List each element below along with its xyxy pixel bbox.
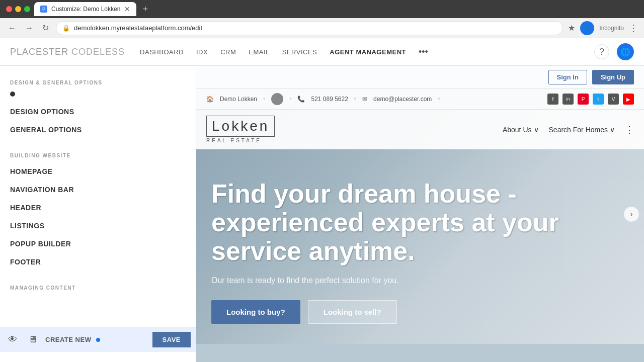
nav-email[interactable]: EMAIL [249,48,270,56]
divider-3: • [354,96,356,103]
site-logo-sub: REAL ESTATE [206,138,275,143]
minimize-dot[interactable] [15,6,21,12]
back-button[interactable]: ← [6,22,18,35]
forward-button[interactable]: → [23,22,35,35]
site-hero-title: Find your dream house - experienced expe… [211,179,564,266]
browser-chrome: P Customize: Demo Lokken ✕ + [0,0,644,18]
sidebar-section-managing: MANAGING CONTENT [0,281,196,295]
site-hero-subtitle: Our team is ready to find the perfect so… [211,276,629,285]
nav-idx[interactable]: IDX [196,48,208,56]
divider-1: • [263,96,265,103]
facebook-icon[interactable]: f [547,94,558,105]
main-layout: DESIGN & GENERAL OPTIONS DESIGN OPTIONS … [0,66,644,362]
search-chevron-icon: ∨ [610,126,615,134]
sidebar-spacer-1 [0,139,196,149]
site-logo: Lokken REAL ESTATE [206,116,275,143]
maximize-dot[interactable] [24,6,30,12]
site-nav-search[interactable]: Search For Homes ∨ [549,126,615,134]
site-nav-about[interactable]: About Us ∨ [503,126,539,134]
site-hero: Lokken REAL ESTATE About Us ∨ Search For… [196,110,644,344]
divider-4: • [438,96,440,103]
app-logo: PLACESTER CODELESS [10,47,125,57]
contact-email: demo@placester.com [373,96,432,103]
looking-to-buy-button[interactable]: Looking to buy? [211,300,300,324]
sidebar: DESIGN & GENERAL OPTIONS DESIGN OPTIONS … [0,66,196,362]
tab-favicon: P [40,6,47,13]
sidebar-item-popup-builder[interactable]: POPUP BUILDER [0,235,196,253]
profile-button[interactable]: 👤 [580,21,594,35]
new-tab-button[interactable]: + [142,4,148,15]
url-bar[interactable]: 🔒 demolokken.myrealestataeplatform.com/e… [56,21,563,35]
site-sign-in-button[interactable]: Sign In [548,70,587,84]
incognito-label: Incognito [599,25,624,32]
bookmark-icon[interactable]: ★ [568,23,575,33]
site-sign-up-button[interactable]: Sign Up [592,70,634,84]
site-top-bar: Sign In Sign Up [196,66,644,89]
looking-to-sell-button[interactable]: Looking to sell? [308,300,397,324]
youtube-icon[interactable]: ▶ [623,94,634,105]
browser-tab[interactable]: P Customize: Demo Lokken ✕ [34,2,136,16]
twitter-icon[interactable]: t [593,94,604,105]
scroll-right-indicator[interactable]: › [624,207,639,222]
sidebar-item-homepage[interactable]: HOMEPAGE [0,162,196,180]
contact-avatar [271,93,283,105]
sidebar-spacer-2 [0,271,196,281]
contact-phone: 521 089 5622 [311,96,348,103]
sidebar-item-general-options[interactable]: GENERAL OPTIONS [0,121,196,139]
contact-icon: 🏠 [206,96,214,103]
preview-area: Sign In Sign Up 🏠 Demo Lokken • • 📞 521 … [196,66,644,362]
help-button[interactable]: ? [594,44,609,59]
close-dot[interactable] [6,6,12,12]
nav-more-button[interactable]: ••• [419,47,428,57]
sidebar-item-listings[interactable]: LISTINGS [0,217,196,235]
about-chevron-icon: ∨ [534,126,539,134]
site-logo-name: Lokken [206,116,275,137]
browser-address-bar: ← → ↻ 🔒 demolokken.myrealestataeplatform… [0,18,644,38]
nav-crm[interactable]: CRM [220,48,236,56]
desktop-button[interactable]: 🖥 [25,331,40,348]
logo-main: PLACESTER [10,47,68,57]
sidebar-item-design-options[interactable]: DESIGN OPTIONS [0,103,196,121]
divider-2: • [289,96,291,103]
pinterest-icon[interactable]: P [578,94,589,105]
site-hero-buttons: Looking to buy? Looking to sell? [211,300,629,324]
tab-close-button[interactable]: ✕ [124,5,130,13]
app-header: PLACESTER CODELESS DASHBOARD IDX CRM EMA… [0,38,644,66]
tab-title: Customize: Demo Lokken [51,6,120,13]
vimeo-icon[interactable]: V [608,94,619,105]
logo-sub: CODELESS [68,47,125,57]
save-button[interactable]: SAVE [152,332,191,347]
cursor-indicator [10,92,15,97]
desktop-icon: 🖥 [28,334,37,344]
browser-more-button[interactable]: ⋮ [629,23,638,34]
main-nav: DASHBOARD IDX CRM EMAIL SERVICES AGENT M… [140,47,428,57]
url-text: demolokken.myrealestataeplatform.com/edi… [74,24,202,32]
search-label: Search For Homes [549,126,608,134]
sidebar-item-navigation-bar[interactable]: NAVIGATION BAR [0,180,196,199]
refresh-button[interactable]: ↻ [40,21,51,35]
nav-dashboard[interactable]: DASHBOARD [140,48,184,56]
eye-icon: 👁 [8,334,17,344]
contact-name: Demo Lokken [220,96,257,103]
nav-agent-management[interactable]: AGENT MANAGEMENT [330,48,406,56]
browser-window-controls [6,6,30,12]
site-nav-bar: Lokken REAL ESTATE About Us ∨ Search For… [196,110,644,149]
sidebar-section-design: DESIGN & GENERAL OPTIONS [0,76,196,89]
lock-icon: 🔒 [62,25,70,32]
linkedin-icon[interactable]: in [562,94,574,105]
avatar-icon: 🌐 [620,47,630,57]
header-right: ? 🌐 [594,43,634,60]
social-icons: f in P t V ▶ [547,94,634,105]
user-avatar[interactable]: 🌐 [617,43,634,60]
help-icon: ? [599,47,604,57]
email-icon: ✉ [362,96,367,103]
site-nav-more-icon[interactable]: ⋮ [625,124,634,135]
sidebar-section-building: BUILDING WEBSITE [0,149,196,162]
nav-services[interactable]: SERVICES [282,48,317,56]
sidebar-item-footer[interactable]: FOOTER [0,253,196,271]
eye-button[interactable]: 👁 [5,331,20,348]
create-new-label: CREATE NEW [45,336,91,343]
profile-icon: 👤 [583,24,592,32]
sidebar-item-header[interactable]: HEADER [0,199,196,217]
sidebar-footer: 👁 🖥 CREATE NEW SAVE [0,327,196,352]
